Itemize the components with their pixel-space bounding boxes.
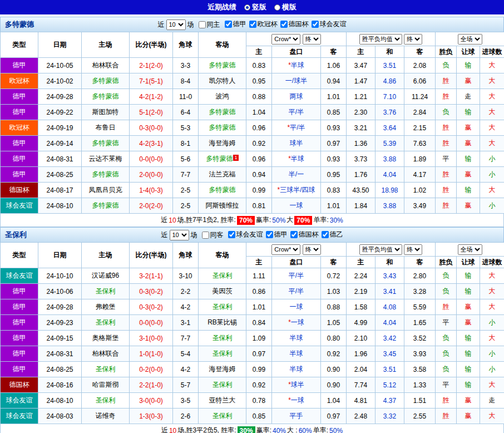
match-type-cell: 德甲	[1, 151, 38, 167]
avg-draw-cell: 3.76	[375, 105, 404, 120]
odds-final-select[interactable]: 终	[303, 244, 321, 255]
same-venue-filter[interactable]: 同客	[202, 230, 224, 240]
league-checkbox[interactable]	[322, 231, 329, 238]
radio-selected-icon[interactable]	[244, 4, 250, 11]
away-odds-cell: 1.01	[321, 89, 347, 105]
col-odds-home: 主	[246, 46, 272, 58]
home-odds-cell: 0.99	[246, 362, 272, 377]
red-card-badge: 1	[233, 155, 238, 161]
league-checkbox[interactable]	[228, 231, 235, 238]
league-filter[interactable]: 球会友谊	[312, 19, 347, 29]
avg-draw-cell: 3.64	[375, 120, 404, 136]
handicap-cell: 平/半	[272, 105, 321, 120]
league-checkbox[interactable]	[266, 231, 273, 238]
date-cell: 24-10-02	[38, 73, 82, 89]
match-type-cell: 德甲	[1, 362, 38, 377]
result-cell: 胜	[436, 198, 457, 214]
league-filter[interactable]: 德乙	[322, 230, 343, 239]
odds-final-select[interactable]: 终	[303, 34, 321, 45]
score-cell: 5-1(2-0)	[130, 105, 173, 120]
col-handicap-result: 让球	[457, 257, 480, 268]
date-cell: 24-09-28	[38, 89, 82, 105]
col-handicap: 盘口	[272, 257, 321, 268]
league-filter[interactable]: 德国杯	[280, 19, 309, 29]
near-label: 近	[158, 20, 165, 29]
avg-type-select[interactable]: 胜平负均值	[359, 34, 402, 45]
avg-final-select[interactable]: 终	[404, 34, 422, 45]
handicap-cell: 球半	[272, 136, 321, 151]
away-team-cell: 法兰克福	[199, 167, 246, 183]
same-venue-checkbox[interactable]	[202, 232, 209, 239]
league-checkbox[interactable]	[312, 21, 319, 28]
league-filter[interactable]: 德国杯	[290, 230, 319, 239]
score-cell: 1-3(0-3)	[130, 409, 173, 424]
home-odds-cell: 0.97	[246, 346, 272, 362]
league-label: 德乙	[330, 230, 343, 239]
result-cell: 负	[436, 346, 457, 362]
corners-cell: 7-7	[173, 331, 199, 346]
scope-select[interactable]: 全场	[458, 244, 482, 255]
league-filter[interactable]: 德甲	[225, 19, 246, 29]
layout-option-horizontal[interactable]: 横版	[274, 2, 297, 12]
avg-draw-cell: 3.43	[375, 268, 404, 284]
scope-select[interactable]: 全场	[458, 34, 482, 45]
match-count-select[interactable]: 10	[166, 19, 186, 30]
date-cell: 24-08-10	[38, 198, 82, 214]
avg-win-cell: 3.21	[347, 120, 375, 136]
col-avg-lose: 客	[404, 257, 436, 268]
away-team-cell: 圣保利	[199, 299, 246, 315]
layout-option-vertical[interactable]: 竖版	[244, 2, 266, 12]
col-date: 日期	[38, 32, 82, 58]
corners-cell: 6-4	[173, 105, 199, 120]
handicap-result-cell: 输	[457, 183, 480, 198]
league-label: 欧冠杯	[258, 19, 278, 29]
avg-win-cell: 1.96	[347, 346, 375, 362]
league-checkbox[interactable]	[225, 21, 232, 28]
footer-segment: 50%	[272, 216, 285, 224]
home-team-cell: 布鲁日	[82, 120, 130, 136]
date-cell: 24-09-22	[38, 105, 82, 120]
score-cell: 0-2(0-0)	[130, 362, 173, 377]
result-cell: 平	[436, 151, 457, 167]
footer-segment: 大 :	[287, 426, 298, 433]
avg-win-cell: 1.36	[347, 136, 375, 151]
league-checkbox[interactable]	[280, 21, 288, 28]
footer-segment: 70%	[294, 216, 312, 225]
home-odds-cell: 0.84	[246, 315, 272, 331]
odds-company-select[interactable]: Crow*	[271, 244, 300, 255]
avg-win-cell: 4.81	[347, 393, 375, 409]
league-filter[interactable]: 德甲	[266, 230, 288, 239]
league-filter[interactable]: 球会友谊	[228, 230, 263, 239]
col-avg-draw: 和	[375, 46, 404, 58]
score-cell: 4-2(3-1)	[130, 136, 173, 151]
avg-draw-cell: 3.88	[375, 198, 404, 214]
footer-segment: 10	[169, 427, 176, 433]
avg-draw-cell: 5.12	[375, 377, 404, 393]
avg-draw-cell: 3.42	[375, 331, 404, 346]
league-checkbox[interactable]	[290, 231, 298, 238]
result-cell: 平	[436, 377, 457, 393]
home-team-cell: 凤凰吕贝克	[82, 183, 130, 198]
match-count-select[interactable]: 10	[170, 230, 189, 240]
radio-unselected-icon[interactable]	[274, 4, 280, 11]
avg-lose-cell: 1.02	[404, 183, 436, 198]
odds-company-select[interactable]: Crow*	[271, 34, 300, 45]
goals-result-cell: 大	[480, 331, 504, 346]
handicap-cell: 半/一	[272, 167, 321, 183]
home-odds-cell: 0.88	[246, 89, 272, 105]
score-cell: 0-0(0-0)	[130, 315, 173, 331]
result-cell: 胜	[436, 89, 457, 105]
result-cell: 负	[436, 105, 457, 120]
corners-cell: 3-5	[173, 393, 199, 409]
league-checkbox[interactable]	[249, 21, 256, 28]
avg-final-select[interactable]: 终	[404, 244, 422, 255]
match-type-cell: 德甲	[1, 136, 38, 151]
league-label: 球会友谊	[236, 230, 263, 239]
col-result: 胜负	[436, 257, 457, 268]
handicap-star: *	[288, 318, 291, 326]
avg-type-select[interactable]: 胜平负均值	[359, 244, 402, 255]
same-venue-checkbox[interactable]	[199, 21, 206, 28]
same-venue-filter[interactable]: 同主	[199, 20, 220, 29]
handicap-star: *	[288, 155, 291, 163]
league-filter[interactable]: 欧冠杯	[249, 19, 278, 29]
